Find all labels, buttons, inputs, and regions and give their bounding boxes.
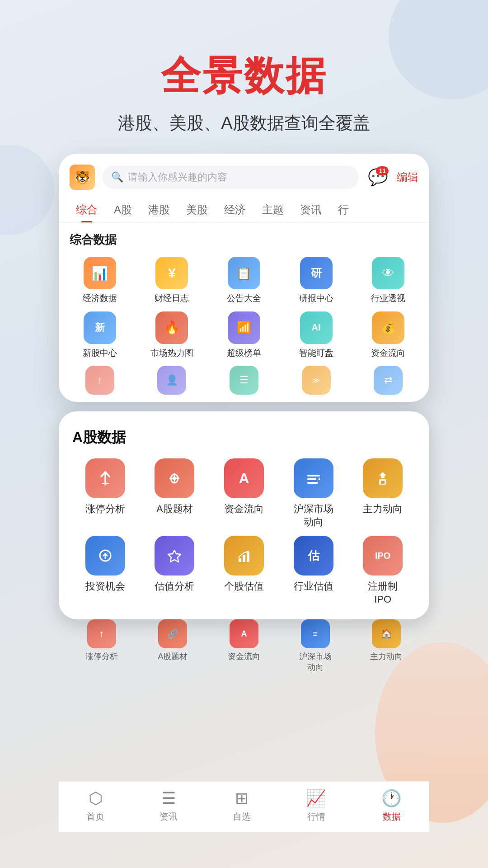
a-fund-flow-icon: A (224, 458, 264, 498)
bottom-theme-label: A股题材 (158, 651, 188, 662)
icon-announcement[interactable]: 📋 公告大全 (210, 257, 278, 304)
icon-ai-monitor[interactable]: AI 智能盯盘 (282, 311, 350, 359)
ai-monitor-icon: AI (300, 311, 333, 344)
research-center-label: 研报中心 (299, 293, 333, 304)
a-icon-main-force[interactable]: 主力动向 (350, 458, 416, 528)
nav-market[interactable]: 📈 行情 (306, 789, 326, 823)
nav-tabs: 综合 A股 港股 美股 经济 主题 资讯 行 (59, 197, 429, 223)
svg-rect-5 (307, 482, 318, 484)
invest-opp-icon (85, 536, 125, 576)
a-icon-limit-up[interactable]: 涨停分析 (72, 458, 138, 528)
tab-news[interactable]: 资讯 (292, 197, 330, 222)
a-icon-reg-ipo[interactable]: IPO 注册制IPO (350, 536, 416, 606)
notification-button[interactable]: 💬 11 (366, 165, 389, 189)
a-icon-fund-flow[interactable]: A 资金流向 (211, 458, 277, 528)
tab-economy[interactable]: 经济 (216, 197, 254, 222)
icon-super-ranking[interactable]: 📶 超级榜单 (210, 311, 278, 359)
search-icon: 🔍 (111, 171, 123, 183)
ipo-center-label: 新股中心 (83, 348, 117, 359)
partial-icon-4: ≫ (302, 366, 331, 395)
industry-valuation-icon: 估 (294, 536, 333, 576)
partial-icon-2: 👤 (157, 366, 186, 395)
bottom-theme[interactable]: 🔗 A股题材 (139, 619, 207, 673)
bottom-sh-sz-icon: ≡ (301, 619, 330, 648)
partial-icon-3: ☰ (230, 366, 258, 395)
a-icon-invest-opp[interactable]: 投资机会 (72, 536, 138, 606)
svg-marker-6 (318, 477, 320, 480)
tab-more[interactable]: 行 (330, 197, 357, 222)
icon-economic-data[interactable]: 📊 经济数据 (66, 257, 134, 304)
subtitle: 港股、美股、A股数据查询全覆盖 (0, 112, 488, 135)
tab-a-stock[interactable]: A股 (106, 197, 140, 222)
valuation-analysis-icon (155, 536, 194, 576)
ipo-center-icon: 新 (84, 311, 116, 344)
icon-market-heat[interactable]: 🔥 市场热力图 (138, 311, 206, 359)
a-stock-card: A股数据 涨停分析 A股题材 (59, 411, 429, 619)
nav-news[interactable]: ☰ 资讯 (160, 789, 178, 823)
limit-up-label: 涨停分析 (85, 503, 125, 516)
svg-rect-8 (381, 481, 385, 484)
data-icon: 🕐 (381, 789, 402, 808)
search-bar[interactable]: 🔍 请输入你感兴趣的内容 (102, 165, 359, 189)
a-icon-industry-valuation[interactable]: 估 行业估值 (281, 536, 347, 606)
icon-fund-flow[interactable]: 💰 资金流向 (354, 311, 422, 359)
bottom-fund-flow-label: 资金流向 (228, 651, 260, 662)
comprehensive-row1: 📊 经济数据 ¥ 财经日志 📋 公告大全 研 研报中心 👁 行业 (59, 252, 429, 311)
partial-icon-5: ⇄ (374, 366, 403, 395)
svg-rect-12 (247, 552, 249, 562)
bottom-limit-up-icon: ↑ (87, 619, 116, 648)
bottom-limit-up-label: 涨停分析 (85, 651, 118, 662)
bottom-nav: ⬡ 首页 ☰ 资讯 ⊞ 自选 📈 行情 🕐 数据 (59, 781, 429, 832)
a-icon-stock-valuation[interactable]: 个股估值 (211, 536, 277, 606)
tab-comprehensive[interactable]: 综合 (68, 197, 106, 222)
main-force-icon (363, 458, 403, 498)
a-icon-sh-sz[interactable]: 沪深市场动向 (281, 458, 347, 528)
phone-mockup: 🐯 🔍 请输入你感兴趣的内容 💬 11 编辑 综合 A股 港股 美股 经济 主题… (59, 154, 429, 402)
nav-data[interactable]: 🕐 数据 (381, 789, 402, 823)
sh-sz-icon (294, 458, 333, 498)
nav-home[interactable]: ⬡ 首页 (86, 789, 104, 823)
app-logo: 🐯 (70, 165, 95, 190)
industry-view-icon: 👁 (372, 257, 404, 289)
reg-ipo-icon: IPO (363, 536, 403, 576)
icon-ipo-center[interactable]: 新 新股中心 (66, 311, 134, 359)
tab-hk-stock[interactable]: 港股 (140, 197, 178, 222)
partial-icon-1: ↑ (85, 366, 114, 395)
nav-data-label: 数据 (383, 811, 401, 823)
research-center-icon: 研 (300, 257, 333, 289)
nav-watchlist[interactable]: ⊞ 自选 (233, 789, 251, 823)
tab-us-stock[interactable]: 美股 (178, 197, 216, 222)
bottom-limit-up[interactable]: ↑ 涨停分析 (68, 619, 136, 673)
edit-button[interactable]: 编辑 (397, 170, 418, 184)
valuation-analysis-label: 估值分析 (155, 580, 194, 593)
icon-finance-diary[interactable]: ¥ 财经日志 (138, 257, 206, 304)
svg-rect-1 (102, 483, 109, 484)
tab-theme[interactable]: 主题 (254, 197, 292, 222)
announcement-icon: 📋 (228, 257, 260, 289)
bottom-fund-flow[interactable]: A 资金流向 (210, 619, 278, 673)
market-icon: 📈 (306, 789, 326, 808)
a-icon-theme[interactable]: A股题材 (142, 458, 208, 528)
nav-news-label: 资讯 (160, 811, 178, 823)
bottom-icon-row1: ↑ 涨停分析 🔗 A股题材 A 资金流向 ≡ 沪深市场动向 🏠 主 (59, 615, 429, 677)
a-icon-valuation-analysis[interactable]: 估值分析 (142, 536, 208, 606)
stock-valuation-icon (224, 536, 264, 576)
limit-up-icon (85, 458, 125, 498)
nav-home-label: 首页 (86, 811, 104, 823)
notification-badge: 11 (376, 166, 389, 175)
bottom-sh-sz[interactable]: ≡ 沪深市场动向 (282, 619, 349, 673)
bottom-main-force[interactable]: 🏠 主力动向 (352, 619, 420, 673)
theme-label: A股题材 (156, 503, 193, 516)
comprehensive-row2: 新 新股中心 🔥 市场热力图 📶 超级榜单 AI 智能盯盘 💰 (59, 311, 429, 366)
finance-diary-label: 财经日志 (155, 293, 189, 304)
main-force-label: 主力动向 (363, 503, 403, 516)
fund-flow-icon: 💰 (372, 311, 404, 344)
icon-industry-view[interactable]: 👁 行业透视 (354, 257, 422, 304)
finance-diary-icon: ¥ (155, 257, 188, 289)
partial-row: ↑ 👤 ☰ ≫ ⇄ (59, 366, 429, 402)
sh-sz-label: 沪深市场动向 (294, 503, 333, 528)
industry-valuation-label: 行业估值 (294, 580, 333, 593)
svg-rect-3 (307, 475, 320, 476)
super-ranking-label: 超级榜单 (227, 348, 261, 359)
icon-research-center[interactable]: 研 研报中心 (282, 257, 350, 304)
